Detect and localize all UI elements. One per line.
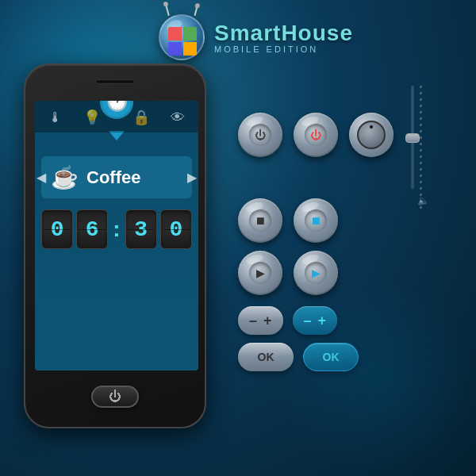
- play-button[interactable]: ▶: [238, 251, 282, 295]
- brand-subtitle: MOBILE EDITION: [214, 44, 353, 54]
- nav-lock[interactable]: 🔒: [128, 107, 155, 128]
- controls-row: – + – +: [238, 306, 460, 335]
- stop-cyan-icon: ⏹: [305, 209, 327, 232]
- stop-icon: ⏹: [249, 209, 271, 232]
- coffee-label: Coffee: [86, 167, 140, 188]
- volume-icon: 🔈: [411, 195, 435, 206]
- power-red-button[interactable]: ⏻: [294, 113, 338, 157]
- phone-screen: 🌡 💡 🕐 🔒 👁 ◀ ☕ Coff: [35, 101, 198, 370]
- coffee-icon: ☕: [51, 164, 79, 190]
- minus-plus-inactive[interactable]: – +: [238, 306, 283, 335]
- play-icon: ▶: [249, 262, 271, 284]
- button-row-3: ▶ ▶: [238, 251, 460, 295]
- minus-plus-active[interactable]: – +: [293, 306, 338, 335]
- next-arrow[interactable]: ▶: [187, 170, 197, 185]
- power-red-icon: ⏻: [305, 124, 327, 146]
- nav-bar: 🌡 💡 🕐 🔒 👁: [35, 101, 198, 132]
- knob-button[interactable]: [349, 113, 393, 157]
- play-cyan-icon: ▶: [305, 262, 327, 284]
- stop-cyan-button[interactable]: ⏹: [294, 198, 338, 243]
- app-header: SmartHouse MOBILE EDITION: [159, 14, 353, 60]
- ok-row: OK OK: [238, 343, 460, 371]
- content-area: ◀ ☕ Coffee ▶ 0 6 : 3 0: [35, 156, 198, 249]
- power-off-icon: ⏻: [249, 124, 271, 146]
- ok-button-inactive[interactable]: OK: [238, 343, 294, 371]
- slider-track: [411, 86, 414, 189]
- phone-speaker: [95, 79, 135, 84]
- phone-power-button[interactable]: ⏻: [91, 386, 139, 408]
- button-row-1: ⏻ ⏻: [238, 79, 460, 190]
- logo-sphere: [159, 14, 205, 60]
- knob-dot: [370, 125, 373, 129]
- knob-inner: [357, 121, 386, 149]
- time-colon: :: [113, 217, 120, 242]
- brand-text: SmartHouse MOBILE EDITION: [214, 21, 353, 54]
- phone: 🌡 💡 🕐 🔒 👁 ◀ ☕ Coff: [24, 63, 206, 428]
- play-cyan-button[interactable]: ▶: [294, 251, 338, 295]
- power-off-button[interactable]: ⏻: [238, 113, 282, 157]
- coffee-bar: ◀ ☕ Coffee ▶: [41, 156, 192, 198]
- brand-name: SmartHouse: [214, 21, 353, 46]
- ok-button-active[interactable]: OK: [303, 343, 359, 371]
- prev-arrow[interactable]: ◀: [36, 170, 46, 185]
- nav-thermometer[interactable]: 🌡: [44, 108, 67, 128]
- hour-ones: 6: [76, 209, 108, 249]
- slider-dots: [420, 86, 422, 209]
- hour-tens: 0: [41, 209, 73, 249]
- stop-button[interactable]: ⏹: [238, 198, 282, 243]
- right-panel: ⏻ ⏻: [238, 79, 460, 371]
- min-ones: 0: [160, 209, 192, 249]
- phone-body: 🌡 💡 🕐 🔒 👁 ◀ ☕ Coff: [24, 63, 206, 428]
- antenna-left: [165, 5, 170, 16]
- min-tens: 3: [125, 209, 157, 249]
- nav-eye[interactable]: 👁: [166, 108, 190, 128]
- logo-windows: [168, 27, 197, 56]
- antenna-right: [194, 6, 198, 16]
- flip-clock: 0 6 : 3 0: [41, 209, 192, 249]
- volume-slider-wrapper: 🔈: [411, 79, 435, 190]
- slider-thumb[interactable]: [405, 133, 420, 143]
